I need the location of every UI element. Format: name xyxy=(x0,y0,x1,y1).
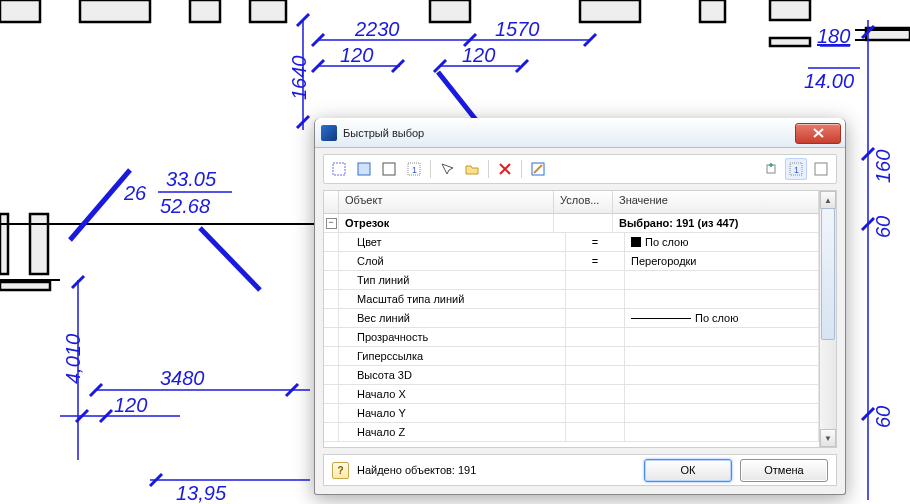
prop-condition[interactable] xyxy=(566,271,625,289)
prop-name: Прозрачность xyxy=(339,328,566,346)
help-icon[interactable]: ? xyxy=(332,462,349,479)
tool-select-window-icon[interactable] xyxy=(353,158,375,180)
svg-rect-0 xyxy=(0,0,40,22)
close-button[interactable] xyxy=(795,123,841,144)
tool-edit-icon[interactable] xyxy=(527,158,549,180)
prop-name: Начало X xyxy=(339,385,566,403)
dialog-footer: ? Найдено объектов: 191 ОК Отмена xyxy=(323,454,837,486)
prop-value[interactable]: По слою xyxy=(625,309,819,327)
column-value[interactable]: Значение xyxy=(613,191,819,213)
svg-text:120: 120 xyxy=(340,44,373,66)
svg-text:26: 26 xyxy=(123,182,147,204)
prop-condition[interactable] xyxy=(566,309,625,327)
svg-text:60: 60 xyxy=(872,216,894,238)
svg-line-67 xyxy=(70,170,130,240)
prop-value[interactable] xyxy=(625,328,819,346)
prop-name: Начало Y xyxy=(339,404,566,422)
svg-rect-2 xyxy=(190,0,220,22)
svg-rect-3 xyxy=(250,0,286,22)
prop-value[interactable] xyxy=(625,366,819,384)
column-object[interactable]: Объект xyxy=(339,191,554,213)
property-grid: Объект Услов... Значение − Отрезок Выбра… xyxy=(323,190,837,448)
property-row[interactable]: Масштаб типа линий xyxy=(324,290,819,309)
property-row[interactable]: Слой=Перегородки xyxy=(324,252,819,271)
prop-name: Цвет xyxy=(339,233,566,251)
grid-scrollbar[interactable]: ▲ ▼ xyxy=(819,191,836,447)
svg-rect-8 xyxy=(770,38,810,46)
svg-rect-4 xyxy=(430,0,470,22)
collapse-icon[interactable]: − xyxy=(326,218,337,229)
tool-select-one-icon[interactable]: 1 xyxy=(403,158,425,180)
scroll-up-icon[interactable]: ▲ xyxy=(820,191,836,209)
dialog-titlebar[interactable]: Быстрый выбор xyxy=(315,118,845,148)
app-icon xyxy=(321,125,337,141)
svg-rect-69 xyxy=(333,163,345,175)
tool-pick-icon[interactable] xyxy=(436,158,458,180)
prop-condition[interactable] xyxy=(566,385,625,403)
prop-condition[interactable]: = xyxy=(566,233,625,251)
svg-text:1: 1 xyxy=(412,165,417,175)
prop-condition[interactable] xyxy=(566,347,625,365)
svg-rect-6 xyxy=(700,0,725,22)
svg-rect-11 xyxy=(0,282,50,290)
svg-text:33.05: 33.05 xyxy=(166,168,217,190)
prop-condition[interactable] xyxy=(566,423,625,441)
quick-select-dialog: Быстрый выбор 1 1 Объект Услов... Значен… xyxy=(314,118,846,495)
svg-text:14.00: 14.00 xyxy=(804,70,854,92)
dialog-toolbar: 1 1 xyxy=(323,154,837,184)
prop-name: Начало Z xyxy=(339,423,566,441)
scroll-down-icon[interactable]: ▼ xyxy=(820,429,836,447)
column-condition[interactable]: Услов... xyxy=(554,191,613,213)
prop-value[interactable]: По слою xyxy=(625,233,819,251)
svg-rect-7 xyxy=(770,0,810,20)
prop-value[interactable] xyxy=(625,423,819,441)
svg-text:13,95: 13,95 xyxy=(176,482,227,504)
tool-open-icon[interactable] xyxy=(461,158,483,180)
tool-select-all-icon[interactable] xyxy=(328,158,350,180)
tool-select-cross-icon[interactable] xyxy=(378,158,400,180)
prop-name: Масштаб типа линий xyxy=(339,290,566,308)
prop-condition[interactable] xyxy=(566,328,625,346)
prop-name: Высота 3D xyxy=(339,366,566,384)
cancel-button[interactable]: Отмена xyxy=(740,459,828,482)
svg-text:1: 1 xyxy=(794,165,799,175)
svg-text:160: 160 xyxy=(872,150,894,183)
svg-rect-1 xyxy=(80,0,150,22)
svg-text:60: 60 xyxy=(872,406,894,428)
svg-text:120: 120 xyxy=(462,44,495,66)
property-row[interactable]: Начало Z xyxy=(324,423,819,442)
prop-value[interactable] xyxy=(625,404,819,422)
prop-condition[interactable]: = xyxy=(566,252,625,270)
svg-text:1640: 1640 xyxy=(288,56,310,101)
svg-rect-71 xyxy=(383,163,395,175)
property-row[interactable]: Цвет=По слою xyxy=(324,233,819,252)
scroll-thumb[interactable] xyxy=(821,208,835,340)
tool-mode-cross-icon[interactable] xyxy=(810,158,832,180)
prop-value[interactable]: Перегородки xyxy=(625,252,819,270)
tool-mode-add-icon[interactable] xyxy=(760,158,782,180)
prop-value[interactable] xyxy=(625,271,819,289)
prop-name: Тип линий xyxy=(339,271,566,289)
prop-condition[interactable] xyxy=(566,404,625,422)
tool-delete-icon[interactable] xyxy=(494,158,516,180)
dialog-title: Быстрый выбор xyxy=(343,127,424,139)
svg-text:4,010: 4,010 xyxy=(62,334,84,384)
property-row[interactable]: Начало Y xyxy=(324,404,819,423)
property-row[interactable]: Гиперссылка xyxy=(324,347,819,366)
tool-mode-one-icon[interactable]: 1 xyxy=(785,158,807,180)
property-row[interactable]: Вес линийПо слою xyxy=(324,309,819,328)
prop-condition[interactable] xyxy=(566,290,625,308)
svg-rect-78 xyxy=(815,163,827,175)
svg-text:2230: 2230 xyxy=(354,18,400,40)
status-text: Найдено объектов: 191 xyxy=(357,464,476,476)
property-row[interactable]: Высота 3D xyxy=(324,366,819,385)
prop-value[interactable] xyxy=(625,290,819,308)
prop-value[interactable] xyxy=(625,385,819,403)
property-row[interactable]: Тип линий xyxy=(324,271,819,290)
object-type-row[interactable]: − Отрезок Выбрано: 191 (из 447) xyxy=(324,214,819,233)
property-row[interactable]: Прозрачность xyxy=(324,328,819,347)
prop-value[interactable] xyxy=(625,347,819,365)
prop-condition[interactable] xyxy=(566,366,625,384)
property-row[interactable]: Начало X xyxy=(324,385,819,404)
ok-button[interactable]: ОК xyxy=(644,459,732,482)
